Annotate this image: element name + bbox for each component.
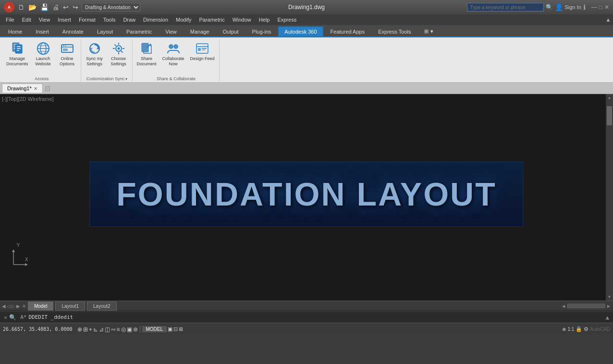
share-document-icon [139,41,154,56]
tab-annotate[interactable]: Annotate [56,26,90,36]
hscroll-thumb[interactable] [567,303,605,308]
status-icon-3[interactable]: ⊞ [179,326,183,332]
selection-icon[interactable]: ▣ [127,326,132,333]
tab-parametric[interactable]: Parametric [120,26,158,36]
status-icon-2[interactable]: ⊡ [173,326,178,332]
command-scroll-icon[interactable]: ▲ [606,314,609,321]
crosshair-icon[interactable]: ⊕ [77,326,82,333]
doc-tab-drawing1[interactable]: Drawing1* ✕ [2,84,43,93]
launch-website-button[interactable]: LaunchWebsite [32,39,55,68]
hscroll-left-icon[interactable]: ◄ [561,303,566,309]
workspace-settings-icon[interactable]: ⚙ [584,326,588,332]
otrack-icon[interactable]: ∾ [111,326,116,333]
svg-point-39 [199,45,200,46]
undo-icon[interactable]: ↩ [61,3,70,12]
snap-icon[interactable]: ⌖ [89,326,92,333]
horizontal-scrollbar[interactable]: ◄ ► [561,301,611,311]
viewport-label: [-][Top][2D Wireframe] [2,96,54,102]
choose-settings-button[interactable]: ChooseSettings [107,39,130,68]
tab-layout[interactable]: Layout [91,26,119,36]
grid-icon[interactable]: ⊞ [83,326,88,333]
close-app-icon[interactable]: — [591,4,597,11]
layout-nav-back[interactable]: ◀ [2,303,6,309]
collaborate-now-button[interactable]: CollaborateNow [160,39,187,68]
layout-nav-forward[interactable]: ▷ [12,303,15,309]
customization-sync-label[interactable]: Customization Sync ▾ [83,75,130,82]
menu-express[interactable]: Express [273,16,300,24]
menu-insert[interactable]: Insert [54,16,75,24]
manage-documents-label: ManageDocuments [6,56,28,67]
menu-tools[interactable]: Tools [99,16,120,24]
menu-edit[interactable]: Edit [18,16,35,24]
workspace-selector[interactable]: Drafting & Annotation [82,3,140,12]
command-search-icon[interactable]: ✕ [4,314,7,321]
tab-autodesk360[interactable]: Autodesk 360 [278,26,323,36]
tab-express-tools[interactable]: Express Tools [372,26,417,36]
new-icon[interactable]: 🗋 [16,3,26,12]
menu-draw[interactable]: Draw [119,16,139,24]
menu-format[interactable]: Format [75,16,99,24]
ortho-icon[interactable]: ⊾ [93,326,98,333]
menu-parametric[interactable]: Parametric [195,16,228,24]
tab-plugins[interactable]: Plug-ins [246,26,278,36]
tab-view[interactable]: View [159,26,183,36]
layout-tab-layout1[interactable]: Layout1 [55,302,85,311]
tab-output[interactable]: Output [217,26,245,36]
annotation-scale[interactable]: ⊕ [562,327,566,332]
polar-icon[interactable]: ⊿ [99,326,104,333]
online-options-button[interactable]: OnlineOptions [56,39,79,68]
plot-icon[interactable]: 🖨 [51,3,61,12]
maximize-app-icon[interactable]: □ [599,4,602,11]
ribbon-minimize-icon[interactable]: ▲ [605,16,611,23]
search-icon[interactable]: 🔍 [546,4,553,11]
share-document-button[interactable]: ShareDocument [135,39,159,68]
tab-home[interactable]: Home [2,26,28,36]
svg-marker-42 [12,249,15,252]
access-group-label: Access [4,75,79,82]
y-axis-label: Y X [9,242,28,267]
canvas-area[interactable]: [-][Top][2D Wireframe] FOUNDATION LAYOUT… [0,94,613,301]
close-window-icon[interactable]: ✕ [604,4,609,11]
restore-viewport-icon[interactable]: ⊡ [45,85,50,92]
tab-featured-apps[interactable]: Featured Apps [324,26,371,36]
menu-view[interactable]: View [35,16,54,24]
menu-modify[interactable]: Modify [172,16,195,24]
menu-help[interactable]: Help [255,16,274,24]
open-icon[interactable]: 📂 [27,3,38,12]
scroll-thumb[interactable] [607,106,612,125]
menu-dimension[interactable]: Dimension [139,16,172,24]
tab-manage[interactable]: Manage [184,26,216,36]
vertical-scrollbar[interactable]: ▲ ▼ [606,94,613,301]
command-zoom-icon[interactable]: 🔍 [9,314,16,321]
menu-file[interactable]: File [2,16,18,24]
design-feed-button[interactable]: Design Feed [188,39,217,63]
tab-insert[interactable]: Insert [29,26,55,36]
layout-nav-forward2[interactable]: ▶ [16,303,20,309]
lock-icon[interactable]: 🔒 [576,326,582,332]
tab-extras[interactable]: ⊞ ▾ [418,26,439,36]
lineweight-icon[interactable]: ≡ [117,326,120,333]
layout-tab-model[interactable]: Model [28,302,53,311]
scale-label[interactable]: 1:1 [567,327,574,332]
transparency-icon[interactable]: ◎ [121,326,126,333]
save-icon[interactable]: 💾 [39,3,50,12]
sync-my-settings-button[interactable]: Sync mySettings [83,39,106,68]
scroll-down-icon[interactable]: ▼ [606,293,613,301]
add-layout-icon[interactable]: + [22,302,26,310]
model-label[interactable]: MODEL [142,326,167,332]
menu-window[interactable]: Window [229,16,255,24]
doc-tab-close-icon[interactable]: ✕ [34,86,37,91]
gizmo-icon[interactable]: ⊛ [133,326,138,333]
scroll-up-icon[interactable]: ▲ [606,94,613,101]
layout-nav-back2[interactable]: ◁ [7,303,11,309]
status-icon-1[interactable]: ▣ [168,326,172,332]
svg-rect-36 [198,48,201,51]
layout-tab-layout2[interactable]: Layout2 [87,302,117,311]
redo-icon[interactable]: ↪ [71,3,80,12]
manage-documents-button[interactable]: ManageDocuments [4,39,31,68]
sign-in-button[interactable]: Sign In [565,4,581,10]
search-input[interactable] [467,3,544,12]
osnap-icon[interactable]: ◫ [105,326,110,333]
info-icon[interactable]: ℹ [583,3,586,11]
hscroll-right-icon[interactable]: ► [606,303,611,309]
